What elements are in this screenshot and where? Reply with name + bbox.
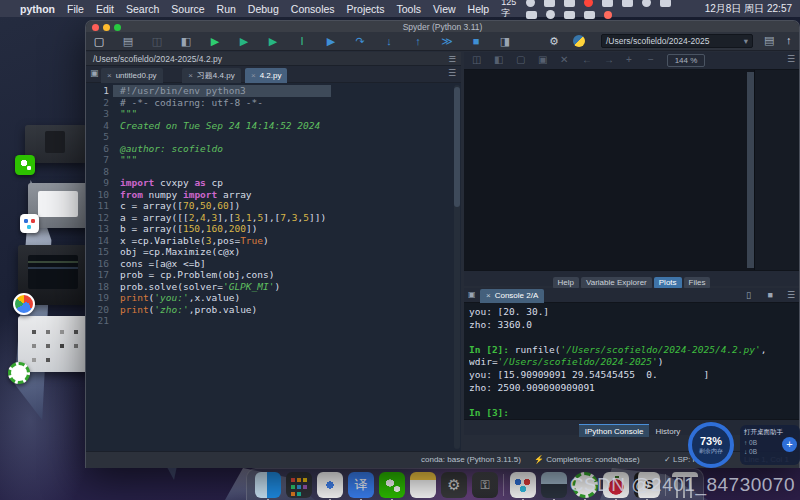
editor-tab-untitled0.py[interactable]: ×untitled0.py — [101, 68, 163, 83]
menu-item-view[interactable]: View — [433, 3, 456, 15]
options-icon[interactable]: ☰ — [787, 290, 795, 300]
python-env-icon[interactable] — [573, 35, 585, 47]
dock-item-notes[interactable] — [410, 472, 436, 498]
emoji-icon[interactable] — [526, 0, 535, 7]
save-all-plots-icon[interactable]: ◧ — [494, 54, 503, 65]
console-tab[interactable]: ×Console 2/A — [480, 289, 544, 303]
meeting-app-badge-icon[interactable] — [20, 214, 39, 233]
console-bottom-tab-history[interactable]: History — [649, 425, 686, 438]
menu-item-consoles[interactable]: Consoles — [291, 3, 335, 15]
search-icon[interactable] — [564, 11, 575, 19]
menu-item-run[interactable]: Run — [217, 3, 236, 15]
stop-icon[interactable]: ■ — [468, 33, 484, 49]
stage-manager-icon[interactable] — [642, 0, 651, 7]
run-cell-icon[interactable]: ▶ — [236, 33, 252, 49]
run-cell-advance-icon[interactable]: ▶ — [265, 33, 281, 49]
step-over-icon[interactable]: ↷ — [352, 33, 368, 49]
browse-tabs-icon[interactable]: ▣ — [90, 68, 99, 78]
menu-item-search[interactable]: Search — [126, 3, 159, 15]
menu-item-tools[interactable]: Tools — [397, 3, 422, 15]
save-icon[interactable]: ◫ — [149, 33, 165, 49]
active-app-name[interactable]: python — [20, 3, 55, 15]
inspect-icon[interactable]: ▯ — [746, 290, 751, 300]
save-plot-icon[interactable]: ◫ — [472, 54, 481, 65]
parent-directory-icon[interactable]: ↑ — [786, 34, 792, 46]
code-line: 3""" — [86, 108, 461, 120]
bluetooth-icon[interactable] — [660, 0, 671, 7]
zoom-in-icon[interactable]: + — [626, 54, 632, 65]
plot-zoom-level[interactable]: 144 % — [667, 54, 705, 67]
dock-item-voov[interactable] — [510, 472, 536, 498]
display-icon[interactable] — [584, 11, 595, 19]
plots-scrollbar[interactable] — [747, 72, 754, 268]
console-output[interactable]: you: [20. 30.]zho: 3360.0 In [2]: runfil… — [469, 306, 794, 418]
dock-item-launchpad[interactable] — [286, 472, 312, 498]
editor-tab-4.2.py[interactable]: ×4.2.py — [245, 68, 287, 83]
remove-plot-icon[interactable]: ▣ — [538, 54, 547, 65]
previous-plot-icon[interactable]: ← — [582, 54, 592, 65]
open-file-icon[interactable]: ▤ — [120, 33, 136, 49]
menu-bar-clock[interactable]: 12月8日 周日 22:57 — [705, 2, 792, 16]
tabbar-options-icon[interactable]: ☰ — [448, 68, 456, 78]
plots-options-icon[interactable]: ☰ — [787, 54, 795, 64]
mic-icon[interactable] — [544, 0, 555, 7]
menu-item-edit[interactable]: Edit — [96, 3, 114, 15]
next-plot-icon[interactable]: → — [604, 54, 614, 65]
dock-item-chrome[interactable] — [317, 472, 343, 498]
dock-item-finder[interactable] — [255, 472, 281, 498]
close-tab-icon[interactable]: × — [251, 71, 256, 80]
run-file-icon[interactable]: ▶ — [207, 33, 223, 49]
chrome-app-badge-icon[interactable] — [13, 293, 35, 315]
new-file-icon[interactable]: ▢ — [91, 33, 107, 49]
editor-tab--4.4.py[interactable]: ×习题4.4.py — [182, 68, 240, 83]
cloud-icon[interactable] — [622, 0, 633, 7]
memory-gauge[interactable]: 73% 剩余内存 — [688, 422, 734, 468]
close-tab-icon[interactable]: × — [107, 71, 112, 80]
continue-icon[interactable]: ≫ — [439, 33, 455, 49]
menu-item-source[interactable]: Source — [171, 3, 204, 15]
minimized-launchpad-window[interactable] — [18, 316, 92, 372]
wechat-app-badge-icon[interactable] — [15, 155, 35, 175]
assistant-panel[interactable]: 打开桌面助手 ↑ 0B ↓ 0B + — [740, 425, 800, 465]
copy-plot-icon[interactable]: ▢ — [516, 54, 525, 65]
spyder-window: Spyder (Python 3.11) ▢▤◫◧▶▶▶I▶↷↓↑≫■◨⚙ /U… — [85, 20, 800, 468]
preferences-wrench-icon[interactable]: ⚙ — [546, 33, 562, 49]
maximize-pane-icon[interactable]: ◨ — [497, 33, 513, 49]
console-line: zho: 3360.0 — [469, 319, 794, 332]
battery-icon[interactable] — [526, 11, 537, 19]
close-tab-icon[interactable]: × — [188, 71, 193, 80]
screen-dot-icon[interactable] — [604, 11, 612, 19]
remove-all-plots-icon[interactable]: ✕ — [560, 54, 568, 65]
step-out-icon[interactable]: ↑ — [410, 33, 426, 49]
dock-item-keychain[interactable]: ⚿ — [472, 472, 498, 498]
code-editor[interactable]: 1#!/usr/bin/env python32# -*- codiarng: … — [86, 83, 461, 451]
menu-item-file[interactable]: File — [67, 3, 84, 15]
dock-item-wechat[interactable] — [379, 472, 405, 498]
dock-item-translate[interactable]: 译 — [348, 472, 374, 498]
close-icon[interactable]: × — [486, 291, 491, 300]
browse-directory-icon[interactable]: ▤ — [764, 34, 774, 47]
interrupt-icon[interactable]: ■ — [768, 290, 773, 300]
zoom-out-icon[interactable]: − — [648, 54, 654, 65]
run-selection-icon[interactable]: I — [294, 33, 310, 49]
browse-tabs-icon[interactable]: ▣ — [468, 290, 476, 299]
window-title-bar[interactable]: Spyder (Python 3.11) — [86, 21, 799, 32]
save-all-icon[interactable]: ◧ — [178, 33, 194, 49]
assistant-expand-button[interactable]: + — [782, 437, 797, 452]
green-app-badge-icon[interactable] — [8, 362, 30, 384]
working-directory-selector[interactable]: /Users/scofieldo/2024-2025▾ — [601, 34, 753, 48]
menu-item-debug[interactable]: Debug — [248, 3, 279, 15]
editor-scrollbar-thumb[interactable] — [454, 87, 460, 207]
record-icon[interactable] — [584, 0, 593, 7]
step-into-icon[interactable]: ↓ — [381, 33, 397, 49]
dock-item-winpreview[interactable] — [541, 472, 567, 498]
editor-options-icon[interactable]: ☰ — [448, 52, 456, 66]
shapes-icon[interactable] — [602, 0, 613, 7]
menu-item-projects[interactable]: Projects — [347, 3, 385, 15]
dock-item-settings[interactable]: ⚙ — [441, 472, 467, 498]
wifi-icon[interactable] — [546, 10, 555, 19]
input-source-icon[interactable] — [564, 0, 575, 7]
menu-item-help[interactable]: Help — [468, 3, 490, 15]
console-bottom-tab-ipython-console[interactable]: IPython Console — [579, 424, 650, 437]
debug-file-icon[interactable]: ▶ — [323, 33, 339, 49]
